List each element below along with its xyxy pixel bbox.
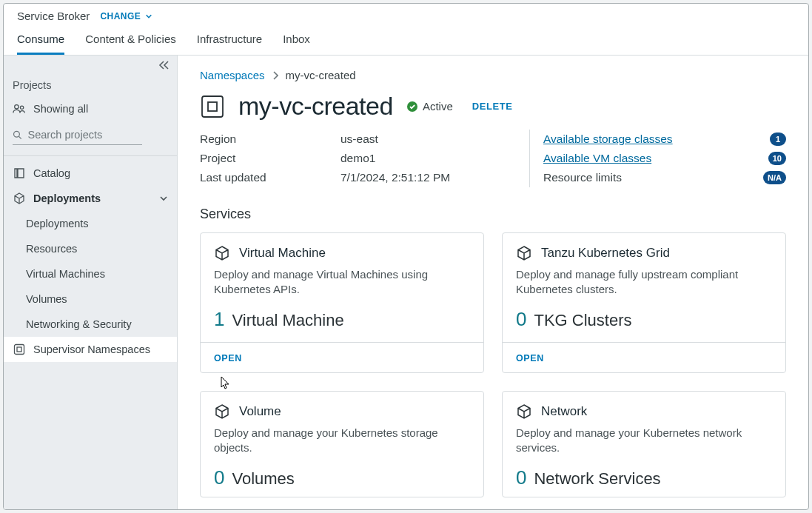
- search-icon: [13, 130, 21, 140]
- sidebar-item-vms[interactable]: Virtual Machines: [4, 261, 177, 286]
- card-title: Network: [541, 404, 587, 419]
- count-number: 1: [214, 308, 224, 331]
- cube-icon: [516, 245, 532, 261]
- count-number: 0: [516, 308, 526, 331]
- cube-icon: [214, 403, 230, 420]
- card-title: Volume: [239, 404, 281, 419]
- tab-inbox[interactable]: Inbox: [283, 33, 310, 55]
- catalog-icon: [13, 167, 26, 179]
- sidebar-item-volumes[interactable]: Volumes: [4, 286, 177, 312]
- storage-classes-badge: 1: [770, 133, 786, 146]
- card-virtual-machine: Virtual Machine Deploy and manage Virtua…: [200, 232, 484, 373]
- breadcrumb-root[interactable]: Namespaces: [200, 69, 265, 81]
- sidebar-item-label: Networking & Security: [26, 318, 132, 330]
- meta-key: Project: [200, 152, 340, 165]
- svg-rect-4: [17, 347, 21, 352]
- namespace-icon: [13, 343, 26, 355]
- resource-limits-badge: N/A: [763, 171, 786, 184]
- delete-button[interactable]: DELETE: [472, 101, 513, 112]
- sidebar-item-deployments-group[interactable]: Deployments: [4, 186, 177, 211]
- card-count: 1 Virtual Machine: [214, 308, 470, 331]
- tab-infra[interactable]: Infrastructure: [197, 33, 262, 55]
- sidebar-item-label: Deployments: [33, 192, 101, 204]
- card-desc: Deploy and manage Virtual Machines using…: [214, 267, 470, 298]
- cube-icon: [214, 245, 230, 261]
- card-desc: Deploy and manage fully upstream complia…: [516, 267, 772, 298]
- card-title: Tanzu Kubernetes Grid: [541, 246, 670, 261]
- sidebar-item-label: Volumes: [26, 293, 67, 305]
- count-label: Virtual Machine: [232, 311, 343, 330]
- count-number: 0: [214, 466, 224, 489]
- service-cards: Virtual Machine Deploy and manage Virtua…: [200, 232, 786, 497]
- count-number: 0: [516, 466, 526, 489]
- chevron-down-icon: [159, 194, 168, 203]
- sidebar-item-label: Resources: [26, 243, 77, 255]
- sidebar-projects-heading: Projects: [4, 72, 177, 95]
- sidebar-project-scope[interactable]: Showing all: [4, 95, 177, 122]
- sidebar-item-resources[interactable]: Resources: [4, 236, 177, 261]
- card-desc: Deploy and manage your Kubernetes networ…: [516, 426, 772, 456]
- sidebar-item-label: Supervisor Namespaces: [33, 343, 150, 355]
- card-volume: Volume Deploy and manage your Kubernetes…: [200, 391, 484, 497]
- svg-point-1: [20, 106, 23, 109]
- page-title: my-vc-created: [238, 92, 393, 121]
- sidebar-item-netsec[interactable]: Networking & Security: [4, 312, 177, 337]
- resource-limits-label: Resource limits: [543, 171, 732, 184]
- sidebar-item-supervisor-namespaces[interactable]: Supervisor Namespaces: [4, 337, 177, 362]
- sidebar-item-catalog[interactable]: Catalog: [4, 161, 177, 186]
- chevron-down-icon: [145, 13, 152, 20]
- sidebar-collapse-button[interactable]: [158, 60, 170, 70]
- status-text: Active: [423, 100, 453, 113]
- topbar: Service Broker CHANGE Consume Content & …: [4, 4, 808, 55]
- meta-key: Region: [200, 133, 340, 146]
- people-icon: [13, 104, 26, 114]
- meta-row: Regionus-east Projectdemo1 Last updated7…: [200, 130, 786, 187]
- search-input[interactable]: [26, 128, 142, 141]
- sidebar-item-label: Catalog: [33, 167, 70, 179]
- tab-content[interactable]: Content & Policies: [85, 33, 176, 55]
- chevron-right-icon: [272, 71, 278, 80]
- card-count: 0 Volumes: [214, 466, 470, 489]
- count-label: TKG Clusters: [534, 311, 631, 330]
- services-heading: Services: [200, 207, 786, 222]
- vm-classes-badge: 10: [768, 152, 786, 165]
- meta-key: Last updated: [200, 171, 340, 184]
- double-chevron-left-icon: [158, 60, 170, 70]
- status-badge: Active: [406, 100, 453, 113]
- breadcrumb-current: my-vc-created: [286, 69, 356, 81]
- deployments-icon: [13, 192, 26, 204]
- meta-left: Regionus-east Projectdemo1 Last updated7…: [200, 130, 529, 187]
- open-tkg-button[interactable]: OPEN: [516, 353, 544, 363]
- meta-value: demo1: [340, 152, 375, 165]
- cube-icon: [516, 403, 532, 420]
- app-window: Service Broker CHANGE Consume Content & …: [3, 3, 809, 510]
- svg-rect-6: [208, 102, 217, 111]
- svg-rect-3: [15, 345, 24, 355]
- sidebar-project-scope-label: Showing all: [33, 103, 88, 115]
- sidebar-item-deployments[interactable]: Deployments: [4, 211, 177, 236]
- count-label: Network Services: [534, 469, 660, 489]
- breadcrumb: Namespaces my-vc-created: [200, 69, 786, 81]
- app-title: Service Broker: [17, 10, 90, 22]
- open-vm-button[interactable]: OPEN: [214, 353, 242, 363]
- vm-classes-link[interactable]: Available VM classes: [543, 152, 732, 165]
- svg-rect-5: [202, 96, 223, 117]
- card-title: Virtual Machine: [239, 246, 326, 261]
- card-tkg: Tanzu Kubernetes Grid Deploy and manage …: [502, 232, 786, 373]
- main-content: Namespaces my-vc-created my-vc-created A…: [178, 56, 808, 509]
- card-count: 0 TKG Clusters: [516, 308, 772, 331]
- meta-value: us-east: [340, 133, 378, 146]
- storage-classes-link[interactable]: Available storage classes: [543, 133, 732, 146]
- check-circle-icon: [406, 101, 418, 113]
- change-context-button[interactable]: CHANGE: [100, 11, 152, 21]
- svg-point-2: [14, 131, 20, 137]
- card-desc: Deploy and manage your Kubernetes storag…: [214, 426, 470, 456]
- tabbar: Consume Content & Policies Infrastructur…: [17, 33, 795, 55]
- card-network: Network Deploy and manage your Kubernete…: [502, 391, 786, 497]
- sidebar-item-label: Deployments: [26, 218, 89, 229]
- count-label: Volumes: [232, 469, 294, 489]
- card-count: 0 Network Services: [516, 466, 772, 489]
- tab-consume[interactable]: Consume: [17, 33, 64, 55]
- sidebar-search[interactable]: [13, 125, 142, 145]
- namespace-large-icon: [200, 94, 225, 119]
